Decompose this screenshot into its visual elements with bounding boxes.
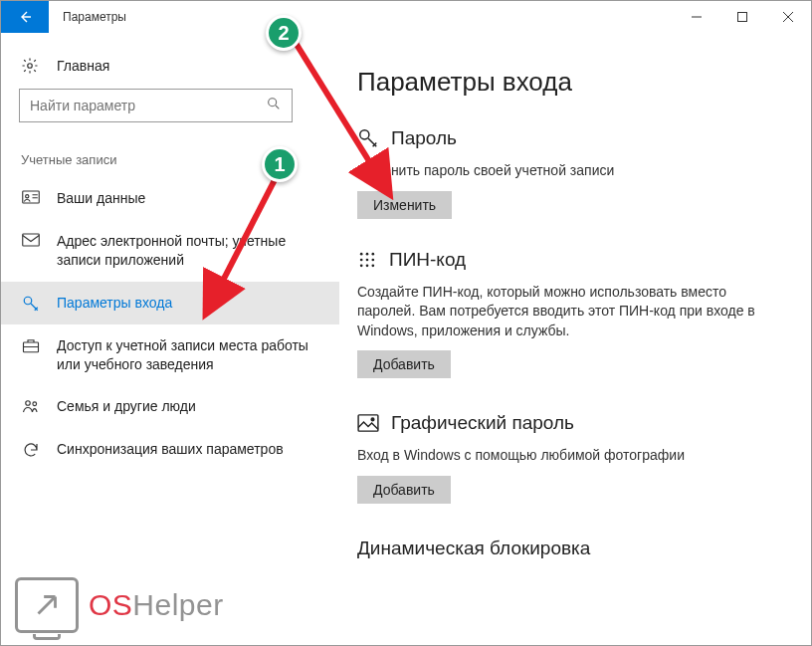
sync-icon (21, 441, 41, 459)
search-icon (266, 96, 282, 115)
search-box[interactable] (19, 89, 293, 122)
close-button[interactable] (765, 1, 811, 33)
sidebar: Главная Учетные записи Ваши данные (1, 33, 339, 645)
window-title: Параметры (49, 1, 674, 33)
id-card-icon (21, 190, 41, 204)
gear-icon (21, 57, 43, 75)
svg-point-19 (372, 264, 375, 267)
minimize-button[interactable] (674, 1, 719, 33)
arrow-left-icon (17, 9, 33, 25)
add-picture-password-button[interactable]: Добавить (357, 476, 451, 504)
svg-point-21 (371, 418, 374, 421)
section-password-title: Пароль (357, 127, 783, 149)
key-icon (21, 295, 41, 313)
svg-point-11 (360, 252, 363, 255)
search-input[interactable] (30, 98, 249, 113)
sidebar-item-work-access[interactable]: Доступ к учетной записи места работы или… (1, 324, 339, 386)
home-label: Главная (57, 58, 109, 74)
svg-point-17 (360, 264, 363, 267)
titlebar: Параметры (1, 1, 811, 33)
main-content: Параметры входа Пароль Изменить пароль с… (339, 33, 811, 645)
svg-rect-0 (738, 13, 747, 22)
window-controls (674, 1, 811, 33)
section-pin-title: ПИН-код (357, 249, 783, 271)
sidebar-item-label: Параметры входа (57, 294, 172, 313)
svg-point-15 (366, 258, 369, 261)
sidebar-item-label: Семья и другие люди (57, 397, 196, 416)
sidebar-item-signin-options[interactable]: Параметры входа (1, 282, 339, 324)
settings-window: Параметры Главная (0, 0, 812, 646)
sidebar-item-sync[interactable]: Синхронизация ваших параметров (1, 428, 339, 471)
sidebar-item-family[interactable]: Семья и другие люди (1, 385, 339, 428)
back-button[interactable] (1, 1, 49, 33)
minimize-icon (692, 12, 702, 22)
svg-point-13 (372, 252, 375, 255)
svg-point-12 (366, 252, 369, 255)
svg-point-6 (24, 297, 32, 305)
section-picture-title: Графический пароль (357, 412, 783, 434)
password-desc: Изменить пароль своей учетной записи (357, 161, 783, 181)
svg-point-14 (360, 258, 363, 261)
svg-point-18 (366, 264, 369, 267)
annotation-marker-2: 2 (266, 15, 302, 51)
close-icon (783, 12, 793, 22)
sidebar-item-your-info[interactable]: Ваши данные (1, 177, 339, 220)
sidebar-item-label: Доступ к учетной записи места работы или… (57, 336, 319, 374)
people-icon (21, 398, 41, 414)
annotation-marker-1: 1 (262, 146, 298, 182)
svg-point-8 (26, 401, 31, 406)
sidebar-item-label: Синхронизация ваших параметров (57, 440, 284, 459)
mail-icon (21, 233, 41, 247)
home-link[interactable]: Главная (1, 51, 339, 89)
svg-rect-20 (358, 415, 378, 431)
section-dynamic-lock-title: Динамическая блокировка (357, 538, 783, 559)
svg-point-16 (372, 258, 375, 261)
svg-point-4 (26, 195, 29, 198)
page-title: Параметры входа (357, 67, 783, 98)
picture-icon (357, 414, 379, 432)
key-icon (357, 127, 379, 149)
change-password-button[interactable]: Изменить (357, 191, 452, 219)
watermark-monitor-icon (15, 577, 79, 633)
briefcase-icon (21, 337, 41, 353)
watermark: OSHelper (15, 577, 224, 633)
sidebar-item-label: Ваши данные (57, 189, 145, 208)
watermark-text: OSHelper (89, 588, 224, 622)
svg-point-2 (269, 99, 277, 107)
pin-grid-icon (357, 250, 377, 270)
svg-point-10 (360, 130, 369, 139)
add-pin-button[interactable]: Добавить (357, 350, 451, 378)
svg-point-9 (33, 402, 37, 406)
sidebar-item-email[interactable]: Адрес электронной почты; учетные записи … (1, 220, 339, 282)
maximize-icon (737, 12, 747, 22)
pin-desc: Создайте ПИН-код, который можно использо… (357, 283, 783, 341)
svg-point-1 (28, 64, 33, 69)
maximize-button[interactable] (719, 1, 765, 33)
svg-rect-5 (23, 234, 40, 246)
picture-desc: Вход в Windows с помощью любимой фотогра… (357, 446, 783, 466)
sidebar-item-label: Адрес электронной почты; учетные записи … (57, 232, 319, 270)
